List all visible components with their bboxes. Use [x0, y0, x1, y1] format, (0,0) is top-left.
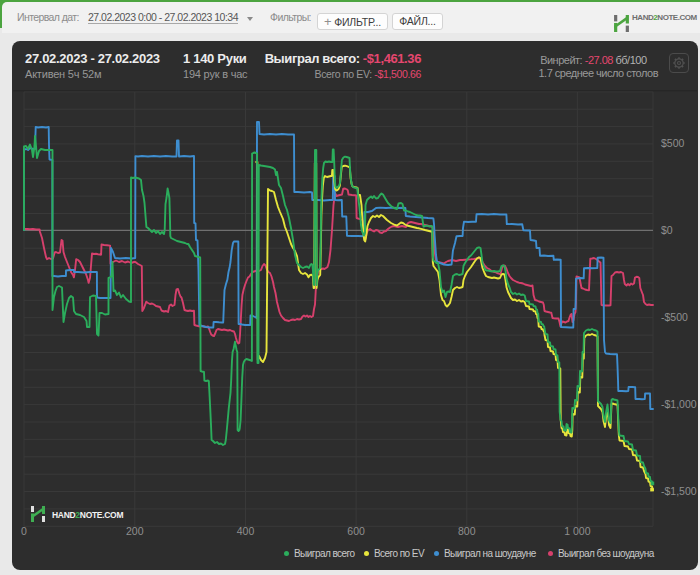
svg-text:$0: $0 [661, 224, 673, 236]
svg-text:1 000: 1 000 [564, 525, 590, 537]
svg-text:600: 600 [347, 525, 365, 537]
svg-text:-$1,000: -$1,000 [661, 398, 697, 410]
svg-text:-$1,500: -$1,500 [661, 485, 697, 497]
svg-text:800: 800 [458, 525, 476, 537]
svg-text:200: 200 [126, 525, 144, 537]
svg-text:400: 400 [237, 525, 255, 537]
svg-text:$500: $500 [661, 137, 685, 149]
svg-text:0: 0 [21, 525, 27, 537]
svg-text:-$500: -$500 [661, 311, 688, 323]
